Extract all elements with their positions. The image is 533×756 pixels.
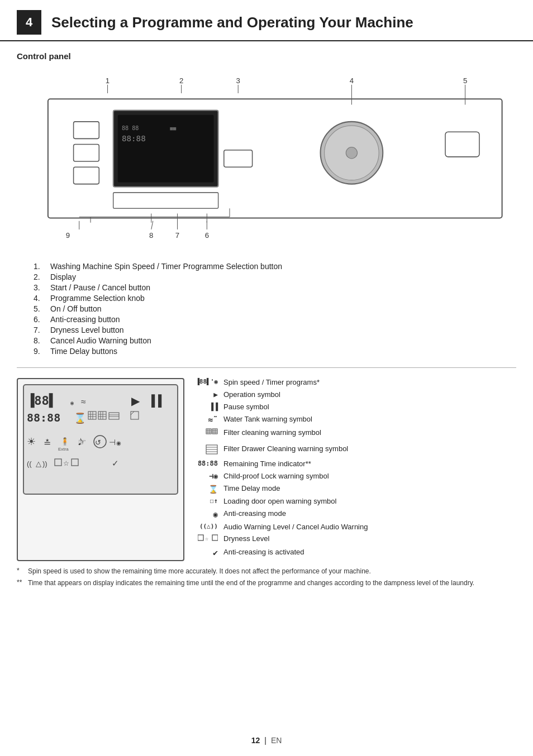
water-tank-icon: ≈˜ (196, 415, 223, 426)
symbol-row-spin: ▐88▌'◉ Spin speed / Timer programs* (196, 378, 516, 387)
control-panel-diagram: 1 2 3 4 5 88 88 88:88 ■■ 9 (17, 66, 516, 256)
spin-timer-desc: Spin speed / Timer programs* (223, 378, 320, 387)
filter-drawer-icon (196, 444, 223, 457)
svg-text:88:88: 88:88 (27, 411, 60, 424)
door-open-icon: ☐↑ (196, 497, 223, 506)
symbol-row-remaining-time: 88:88 Remaining Time indicator** (196, 460, 516, 469)
symbol-row-checkmark: ✔ Anti-creasing is activated (196, 548, 516, 559)
svg-text:◉: ◉ (70, 400, 74, 406)
svg-text:☆: ☆ (205, 535, 208, 542)
list-item: 9. Time Delay buttons (34, 347, 511, 356)
symbol-row-water-tank: ≈˜ Water Tank warning symbol (196, 415, 516, 426)
svg-text:≈: ≈ (81, 397, 86, 406)
svg-rect-94 (198, 535, 203, 540)
svg-text:✓: ✓ (112, 458, 119, 468)
symbol-row-filter-cleaning: Filter cleaning warning symbol (196, 428, 516, 442)
anti-creasing-desc: Anti-creasing mode (223, 509, 286, 519)
time-delay-desc: Time Delay mode (223, 484, 280, 494)
svg-rect-11 (74, 122, 99, 138)
remaining-time-icon: 88:88 (196, 460, 223, 468)
svg-text:☞: ☞ (78, 437, 86, 447)
symbols-legend: ▐88▌'◉ Spin speed / Timer programs* ▶ Op… (196, 378, 516, 561)
child-lock-desc: Child-proof Lock warning symbol (223, 472, 329, 481)
water-tank-desc: Water Tank warning symbol (223, 415, 312, 424)
time-delay-icon: ⌛ (196, 484, 223, 494)
svg-text:▐88▌: ▐88▌ (27, 393, 56, 408)
svg-rect-13 (74, 167, 99, 184)
numbered-list: 1. Washing Machine Spin Speed / Timer Pr… (34, 262, 511, 357)
svg-text:⊣: ⊣ (109, 438, 116, 447)
anti-creasing-icon: ◉ (196, 509, 223, 519)
svg-text:△: △ (36, 460, 41, 468)
svg-text:((: (( (27, 460, 32, 468)
pause-desc: Pause symbol (223, 403, 269, 412)
operation-icon: ▶ (196, 390, 223, 400)
section-title: Control panel (17, 51, 516, 61)
list-item: 1. Washing Machine Spin Speed / Timer Pr… (34, 262, 511, 271)
page-language: EN (271, 736, 282, 745)
audio-warning-icon: ((△)) (196, 523, 223, 530)
checkmark-icon: ✔ (196, 548, 223, 559)
footnote-1: * Spin speed is used to show the remaini… (17, 567, 516, 576)
svg-text:9: 9 (66, 231, 70, 240)
svg-text:2: 2 (179, 76, 183, 85)
svg-text:Extra: Extra (58, 447, 69, 452)
bottom-section: ▐88▌ ◉ ≈ ▶ ▐▐ 88:88 ⌛ (17, 378, 516, 561)
svg-text:6: 6 (205, 231, 209, 240)
audio-warning-desc: Audio Warning Level / Cancel Audio Warni… (223, 523, 368, 532)
svg-text:88:88: 88:88 (122, 134, 146, 143)
dryness-level-icon: ☆ (196, 534, 223, 544)
child-lock-icon: ⊣◉ (196, 472, 223, 481)
svg-rect-85 (212, 429, 217, 434)
footnotes: * Spin speed is used to show the remaini… (17, 567, 516, 588)
svg-text:5: 5 (463, 76, 467, 85)
dryness-level-desc: Dryness Level (223, 534, 269, 544)
page-title: Selecting a Programme and Operating Your… (51, 14, 413, 31)
svg-rect-80 (206, 429, 211, 434)
svg-text:8: 8 (149, 231, 153, 240)
symbol-row-filter-drawer: Filter Drawer Cleaning warning symbol (196, 444, 516, 457)
svg-rect-12 (74, 145, 99, 161)
filter-cleaning-icon (196, 428, 223, 442)
checkmark-desc: Anti-creasing is activated (223, 548, 304, 557)
symbol-row-dryness-level: ☆ Dryness Level (196, 534, 516, 544)
page-header: 4 Selecting a Programme and Operating Yo… (0, 0, 533, 41)
svg-text:≛: ≛ (44, 438, 51, 448)
list-item: 6. Anti-creasing button (34, 315, 511, 324)
svg-rect-19 (113, 193, 218, 208)
symbol-row-time-delay: ⌛ Time Delay mode (196, 484, 516, 494)
list-item-cancel-audio: 8. Cancel Audio Warning button (34, 336, 511, 345)
svg-rect-20 (224, 150, 253, 167)
page-number: 12 (251, 736, 260, 745)
svg-text:88 88: 88 88 (122, 125, 139, 131)
door-open-desc: Loading door open warning symbol (223, 497, 336, 506)
svg-text:1: 1 (106, 76, 110, 85)
svg-rect-24 (445, 132, 479, 157)
symbol-row-child-lock: ⊣◉ Child-proof Lock warning symbol (196, 472, 516, 481)
list-item: 5. On / Off button (34, 304, 511, 313)
symbol-row-door-open: ☐↑ Loading door open warning symbol (196, 497, 516, 506)
symbol-row-pause: ▐▐ Pause symbol (196, 403, 516, 412)
spin-timer-icon: ▐88▌'◉ (196, 378, 223, 386)
list-item-dryness-level: 7. Dryness Level button (34, 326, 511, 334)
display-panel-illustration: ▐88▌ ◉ ≈ ▶ ▐▐ 88:88 ⌛ (17, 378, 184, 561)
svg-text:▐▐: ▐▐ (148, 394, 162, 408)
svg-text:7: 7 (175, 231, 179, 240)
symbol-row-anti-creasing: ◉ Anti-creasing mode (196, 509, 516, 519)
svg-text:↺: ↺ (95, 438, 101, 447)
svg-text:▶: ▶ (131, 395, 140, 407)
footnote-2: ** Time that appears on display indicate… (17, 578, 516, 588)
svg-text:☆: ☆ (63, 460, 69, 467)
chapter-badge: 4 (17, 10, 41, 35)
operation-desc: Operation symbol (223, 390, 280, 400)
list-item: 4. Programme Selection knob (34, 294, 511, 303)
filter-cleaning-desc: Filter cleaning warning symbol (223, 428, 321, 438)
list-item: 2. Display (34, 272, 511, 281)
list-item: 3. Start / Pause / Cancel button (34, 283, 511, 292)
section-divider (17, 367, 516, 368)
svg-text:)): )) (42, 460, 47, 468)
svg-text:■■: ■■ (170, 126, 176, 131)
svg-text:⌛: ⌛ (74, 412, 87, 424)
symbol-row-audio-warning: ((△)) Audio Warning Level / Cancel Audio… (196, 523, 516, 532)
svg-text:🧍: 🧍 (60, 437, 70, 446)
